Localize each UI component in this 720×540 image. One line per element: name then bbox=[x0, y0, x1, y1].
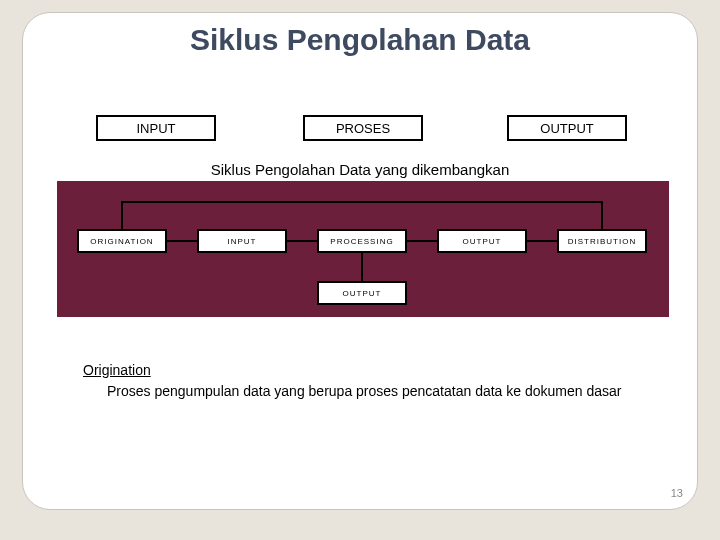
connector bbox=[527, 240, 557, 242]
connector bbox=[167, 240, 197, 242]
connector-vertical bbox=[361, 253, 363, 281]
feedback-left-down bbox=[121, 201, 123, 229]
box-output: OUTPUT bbox=[507, 115, 627, 141]
definition-term: Origination bbox=[83, 361, 663, 380]
pbox-distribution: DISTRIBUTION bbox=[557, 229, 647, 253]
connector bbox=[287, 240, 317, 242]
pbox-output-label: OUTPUT bbox=[463, 237, 502, 246]
pbox-origination-label: ORIGINATION bbox=[90, 237, 153, 246]
page-number: 13 bbox=[671, 487, 683, 499]
expanded-cycle-panel: ORIGINATION INPUT PROCESSING OUTPUT DIST… bbox=[57, 181, 669, 317]
slide-card: Siklus Pengolahan Data INPUT PROSES OUTP… bbox=[22, 12, 698, 510]
pbox-origination: ORIGINATION bbox=[77, 229, 167, 253]
pbox-distribution-label: DISTRIBUTION bbox=[568, 237, 636, 246]
box-input: INPUT bbox=[96, 115, 216, 141]
box-proses-label: PROSES bbox=[336, 121, 390, 136]
pbox-output: OUTPUT bbox=[437, 229, 527, 253]
pbox-input-label: INPUT bbox=[228, 237, 257, 246]
feedback-right-up bbox=[601, 201, 603, 229]
box-output-label: OUTPUT bbox=[540, 121, 593, 136]
pbox-processing: PROCESSING bbox=[317, 229, 407, 253]
feedback-top bbox=[121, 201, 603, 203]
pbox-input: INPUT bbox=[197, 229, 287, 253]
box-input-label: INPUT bbox=[137, 121, 176, 136]
box-proses: PROSES bbox=[303, 115, 423, 141]
pbox-processing-label: PROCESSING bbox=[330, 237, 393, 246]
slide-title: Siklus Pengolahan Data bbox=[23, 23, 697, 57]
definition-body: Proses pengumpulan data yang berupa pros… bbox=[107, 382, 663, 401]
pbox-storage-label: OUTPUT bbox=[343, 289, 382, 298]
definition-block: Origination Proses pengumpulan data yang… bbox=[83, 361, 663, 401]
pbox-storage: OUTPUT bbox=[317, 281, 407, 305]
connector bbox=[407, 240, 437, 242]
subtitle: Siklus Pengolahan Data yang dikembangkan bbox=[23, 161, 697, 178]
